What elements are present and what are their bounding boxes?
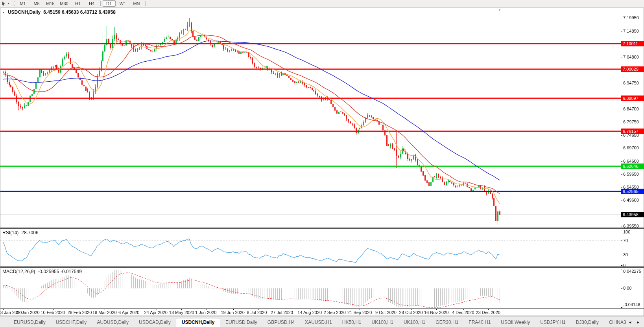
macd-axis-tick: 0.042275 [623, 268, 641, 274]
level-price-badge: 6.76157 [621, 129, 644, 134]
tabs-scroll-left-icon[interactable]: ◄ [628, 320, 632, 324]
price-axis-tick: 6.94750 [623, 80, 639, 86]
rsi-indicator-label: RSI(14) 28.7006 [2, 230, 39, 235]
chart-title: ▼ USDCNH,Daily 6.45159 6.45633 6.43712 6… [2, 9, 116, 15]
chart-tab-fra40-h1[interactable]: FRA40,H1 [463, 318, 496, 327]
chart-tab-xauusd-h1[interactable]: XAUUSD,H1 [300, 318, 337, 327]
time-axis-label: 10 Feb 2020 [41, 310, 65, 315]
time-axis-label: 13 May 2020 [169, 310, 194, 315]
rsi-axis-tick: 100 [623, 229, 630, 235]
macd-current-values: -0.025955 -0.017549 [38, 269, 81, 274]
time-axis-label: 18 Mar 2020 [92, 310, 117, 315]
price-chart-canvas[interactable] [0, 8, 644, 316]
chart-tab-usdcad-daily[interactable]: USDCAD,Daily [134, 318, 176, 327]
timeframe-button-m15[interactable]: M15 [44, 0, 57, 7]
rsi-current-value: 28.7006 [21, 230, 38, 235]
price-axis-tick: 6.59650 [623, 171, 639, 177]
price-axis-tick: 7.19950 [623, 15, 639, 20]
toolbar-drag-handle[interactable] [13, 1, 15, 6]
time-axis-label: 28 Feb 2020 [68, 310, 92, 315]
macd-axis-tick: -0.04148 [623, 302, 640, 307]
chart-tab-hk50-h1[interactable]: HK50,H1 [337, 318, 367, 327]
chart-tab-usoil-weekly[interactable]: USOil,Weekly [496, 318, 535, 327]
time-axis-label: 14 Aug 2020 [297, 310, 322, 315]
timeframe-button-mn[interactable]: MN [130, 0, 143, 7]
current-price-badge: 6.43958 [621, 212, 644, 217]
price-axis-tick: 7.04800 [623, 54, 639, 60]
level-price-badge: 6.52865 [621, 189, 644, 194]
price-axis-tick: 6.39550 [623, 223, 639, 229]
rsi-axis-tick: 30 [623, 252, 628, 257]
level-price-badge: 6.62646 [621, 164, 644, 169]
chart-ohlc-values: 6.45159 6.45633 6.43712 6.43958 [43, 9, 116, 15]
time-axis-label: 23 Dec 2020 [476, 310, 500, 315]
timeframe-button-w1[interactable]: W1 [116, 0, 129, 7]
timeframe-button-m1[interactable]: M1 [17, 0, 30, 7]
chart-tab-gbpusd-h4[interactable]: GBPUSD,H4 [262, 318, 300, 327]
time-axis-label: 16 Nov 2020 [424, 310, 448, 315]
time-axis-label: 28 Oct 2020 [399, 310, 423, 315]
cursor-tool-dropdown-icon[interactable]: ▾ [7, 2, 11, 5]
level-price-badge: 7.00029 [621, 66, 644, 72]
price-axis-tick: 6.64600 [623, 158, 639, 164]
tabs-scroll-right-icon[interactable]: ► [637, 320, 640, 324]
time-axis-label: 21 Sep 2020 [347, 310, 372, 315]
time-axis-label: 22 Jan 2020 [16, 310, 40, 315]
chart-tab-ger30-h1[interactable]: GER30,H1 [430, 318, 463, 327]
time-axis-label: 19 Jun 2020 [221, 310, 245, 315]
time-axis-label: 24 Apr 2020 [144, 310, 167, 315]
chart-tab-china300-h1[interactable]: CHINA300,H1 [604, 318, 626, 327]
time-axis-label: 2 Sep 2020 [324, 310, 346, 315]
chart-window: ▼ USDCNH,Daily 6.45159 6.45633 6.43712 6… [0, 8, 644, 316]
chart-shift-marker-icon[interactable]: ▼ [498, 8, 501, 12]
price-axis-tick: 6.49600 [623, 197, 639, 203]
time-axis-label: 1 Jun 2020 [195, 310, 216, 315]
price-axis-tick: 6.79750 [623, 119, 639, 125]
chart-tab-uk100-h1[interactable]: UK100,H1 [399, 318, 430, 327]
time-axis-label: 6 Apr 2020 [118, 310, 139, 315]
mt4-application-window: ▾ M1M5M15M30H1H4 D1W1MN ▼ USDCNH,Daily 6… [0, 0, 644, 327]
level-price-badge: 6.88897 [621, 96, 644, 101]
chart-tab-dj30-daily[interactable]: DJ30,Daily [571, 318, 604, 327]
chart-tab-uk100-h1[interactable]: UK100,H1 [367, 318, 399, 327]
chart-dropdown-icon[interactable]: ▼ [2, 11, 5, 14]
level-price-badge: 7.10011 [621, 41, 644, 46]
macd-indicator-label: MACD(12,26,9) -0.025955 -0.017549 [2, 269, 82, 274]
chart-tabs-bar: EURUSD,DailyUSDCHF,DailyAUDUSD,DailyUSDC… [0, 316, 644, 327]
price-axis-tick: 7.14850 [623, 28, 639, 34]
chart-tab-usdcnh-daily[interactable]: USDCNH,Daily [176, 318, 220, 327]
chart-tab-audusd-daily[interactable]: AUDUSD,Daily [92, 318, 134, 327]
timeframe-button-m30[interactable]: M30 [58, 0, 71, 7]
timeframes-toolbar: ▾ M1M5M15M30H1H4 D1W1MN [0, 0, 644, 7]
chart-tab-eurusd-daily[interactable]: EURUSD,Daily [9, 318, 51, 327]
chart-tab-usdchf-daily[interactable]: USDCHF,Daily [51, 318, 92, 327]
chart-tab-eurusd-daily[interactable]: EURUSD,Daily [220, 318, 262, 327]
macd-name: MACD(12,26,9) [2, 269, 35, 274]
timeframe-button-d1[interactable]: D1 [103, 0, 116, 7]
rsi-axis-tick: 0 [623, 263, 626, 268]
cursor-tool-icon[interactable] [0, 0, 7, 7]
timeframe-button-h1[interactable]: H1 [72, 0, 85, 7]
price-axis-tick: 6.69700 [623, 145, 639, 151]
price-axis-tick: 6.84700 [623, 106, 639, 112]
toolbar-separator [100, 1, 101, 6]
time-axis-label: 27 Jul 2020 [271, 310, 293, 315]
chart-symbol-label: USDCNH,Daily [8, 9, 41, 15]
chart-tab-usdjpy-h1[interactable]: USDJPY,H1 [535, 318, 570, 327]
time-axis-label: 8 Jul 2020 [247, 310, 267, 315]
rsi-axis-tick: 70 [623, 238, 628, 243]
timeframe-button-h4[interactable]: H4 [85, 0, 98, 7]
toolbar-separator [145, 1, 146, 6]
time-axis-label: 9 Oct 2020 [375, 310, 397, 315]
macd-axis-tick: 0.00 [623, 285, 631, 291]
rsi-name: RSI(14) [2, 230, 18, 235]
time-axis-label: 4 Dec 2020 [452, 310, 474, 315]
timeframe-button-m5[interactable]: M5 [30, 0, 43, 7]
